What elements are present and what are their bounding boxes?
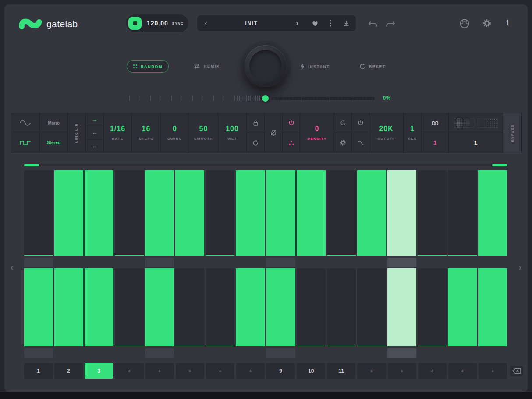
step-top-6[interactable] bbox=[175, 170, 204, 256]
wave-sine-button[interactable] bbox=[11, 113, 39, 133]
sync-toggle[interactable]: SYNC bbox=[172, 21, 184, 25]
pattern-slot-9[interactable]: 9 bbox=[266, 363, 295, 379]
step-slider-bottom-11[interactable] bbox=[327, 348, 356, 358]
step-top-7[interactable] bbox=[206, 170, 234, 256]
step-slider-top-4[interactable] bbox=[115, 258, 144, 267]
step-slider-bottom-4[interactable] bbox=[115, 348, 144, 358]
instant-button[interactable]: INSTANT bbox=[300, 63, 330, 70]
step-bottom-13[interactable] bbox=[387, 268, 416, 346]
steps-cell[interactable]: 16 STEPS bbox=[132, 113, 161, 153]
step-bottom-6[interactable] bbox=[175, 268, 204, 346]
density-power-button[interactable] bbox=[283, 113, 300, 133]
step-slider-bottom-7[interactable] bbox=[206, 348, 234, 358]
step-bottom-16[interactable] bbox=[478, 268, 507, 346]
step-slider-top-12[interactable] bbox=[357, 258, 386, 267]
step-top-11[interactable] bbox=[327, 170, 356, 256]
step-slider-top-16[interactable] bbox=[478, 258, 507, 267]
dither-dense-icon[interactable] bbox=[454, 118, 474, 128]
slider-track[interactable] bbox=[271, 97, 375, 100]
dither-sparse-icon[interactable] bbox=[478, 118, 498, 128]
bpm-display[interactable]: 120.00 bbox=[147, 20, 168, 27]
direction-forward-button[interactable]: → bbox=[86, 113, 103, 126]
pattern-slot-11[interactable]: 11 bbox=[327, 363, 355, 379]
step-slider-bottom-9[interactable] bbox=[266, 348, 295, 358]
step-slider-bottom-8[interactable] bbox=[236, 348, 265, 358]
swing-cell[interactable]: 0 SWING bbox=[161, 113, 189, 153]
infinity-channel-button[interactable]: 1 bbox=[422, 133, 448, 153]
preset-prev-button[interactable]: ‹ bbox=[197, 15, 215, 31]
loop-range-track[interactable] bbox=[24, 164, 507, 166]
step-top-15[interactable] bbox=[448, 170, 477, 256]
step-bottom-4[interactable] bbox=[115, 268, 144, 346]
step-top-14[interactable] bbox=[418, 170, 447, 256]
stop-button[interactable] bbox=[128, 17, 142, 30]
density-value-area[interactable]: 0 DENSITY bbox=[300, 113, 334, 153]
step-top-4[interactable] bbox=[115, 170, 144, 256]
step-top-2[interactable] bbox=[54, 170, 83, 256]
remix-button[interactable]: REMIX bbox=[193, 63, 220, 69]
step-slider-top-11[interactable] bbox=[327, 258, 356, 267]
direction-backward-button[interactable]: ← bbox=[86, 126, 103, 139]
step-slider-top-13[interactable] bbox=[387, 258, 416, 267]
infinity-button[interactable]: ∞ bbox=[422, 113, 448, 133]
preset-save-button[interactable] bbox=[337, 15, 356, 31]
step-slider-bottom-1[interactable] bbox=[24, 348, 53, 358]
preset-name[interactable]: INIT bbox=[215, 21, 288, 26]
step-bottom-2[interactable] bbox=[54, 268, 83, 346]
step-bottom-1[interactable] bbox=[24, 268, 53, 346]
cutoff-control[interactable]: 20K CUTOFF bbox=[369, 113, 404, 153]
step-slider-top-8[interactable] bbox=[236, 258, 265, 267]
step-slider-bottom-14[interactable] bbox=[418, 348, 447, 358]
pattern-slot-7[interactable]: + bbox=[206, 363, 234, 379]
step-bottom-5[interactable] bbox=[145, 268, 174, 346]
lock-button[interactable] bbox=[247, 113, 264, 133]
step-slider-top-3[interactable] bbox=[85, 258, 113, 267]
step-top-9[interactable] bbox=[266, 170, 295, 256]
step-settings-button[interactable] bbox=[334, 133, 351, 153]
rate-cell[interactable]: 1/16 RATE bbox=[104, 113, 132, 153]
pattern-slot-12[interactable]: + bbox=[357, 363, 386, 379]
smooth-cell[interactable]: 50 SMOOTH bbox=[189, 113, 218, 153]
main-knob[interactable] bbox=[245, 45, 287, 87]
link-lr-button[interactable]: LINK L-R bbox=[68, 113, 86, 153]
preset-next-button[interactable]: › bbox=[288, 15, 306, 31]
wet-cell[interactable]: 100 WET bbox=[218, 113, 247, 153]
step-slider-bottom-3[interactable] bbox=[85, 348, 113, 358]
info-button[interactable]: i bbox=[507, 18, 509, 28]
step-slider-top-10[interactable] bbox=[297, 258, 326, 267]
step-bottom-7[interactable] bbox=[206, 268, 234, 346]
redo-button[interactable] bbox=[386, 21, 395, 28]
pattern-slot-4[interactable]: + bbox=[115, 363, 143, 379]
wave-square-button[interactable] bbox=[11, 133, 39, 153]
step-bottom-3[interactable] bbox=[85, 268, 113, 346]
pattern-slot-15[interactable]: + bbox=[448, 363, 477, 379]
step-top-16[interactable] bbox=[478, 170, 507, 256]
step-top-5[interactable] bbox=[145, 170, 174, 256]
pattern-slot-2[interactable]: 2 bbox=[54, 363, 83, 379]
undo-button[interactable] bbox=[368, 21, 378, 28]
grid-next-button[interactable]: › bbox=[518, 262, 521, 272]
step-top-1[interactable] bbox=[24, 170, 53, 256]
step-slider-bottom-12[interactable] bbox=[357, 348, 386, 358]
step-slider-top-1[interactable] bbox=[24, 258, 53, 267]
pattern-slot-5[interactable]: + bbox=[145, 363, 174, 379]
midi-settings-button[interactable] bbox=[459, 18, 470, 29]
pattern-slot-8[interactable]: + bbox=[236, 363, 265, 379]
loop-range-end-handle[interactable] bbox=[492, 164, 507, 166]
mute-button[interactable] bbox=[270, 129, 277, 136]
step-top-3[interactable] bbox=[85, 170, 113, 256]
step-slider-top-9[interactable] bbox=[266, 258, 295, 267]
pattern-slot-1[interactable]: 1 bbox=[24, 363, 53, 379]
favorite-button[interactable] bbox=[306, 15, 324, 31]
resonance-control[interactable]: 1 RES bbox=[404, 113, 421, 153]
settings-button[interactable] bbox=[482, 18, 492, 28]
step-slider-bottom-2[interactable] bbox=[54, 348, 83, 358]
pattern-slot-10[interactable]: 10 bbox=[297, 363, 325, 379]
reset-button[interactable]: RESET bbox=[359, 63, 386, 70]
step-slider-bottom-16[interactable] bbox=[478, 348, 507, 358]
loop-range-start-handle[interactable] bbox=[24, 164, 39, 166]
pattern-slot-13[interactable]: + bbox=[388, 363, 416, 379]
pattern-slot-14[interactable]: + bbox=[418, 363, 447, 379]
step-bottom-9[interactable] bbox=[266, 268, 295, 346]
direction-pingpong-button[interactable]: ↔ bbox=[86, 139, 103, 153]
